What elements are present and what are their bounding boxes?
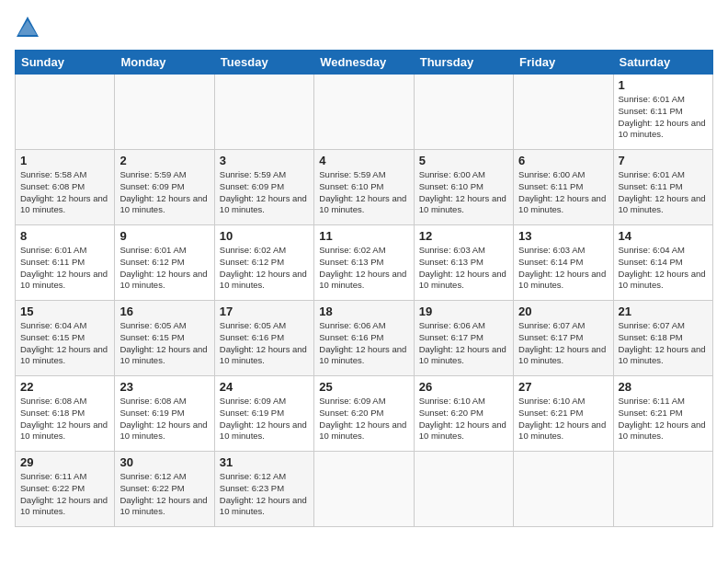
day-info: Sunrise: 6:01 AMSunset: 6:11 PMDaylight:…	[619, 94, 706, 139]
day-info: Sunrise: 6:04 AMSunset: 6:15 PMDaylight:…	[20, 320, 108, 365]
calendar-cell	[414, 75, 513, 150]
calendar-cell: 21Sunrise: 6:07 AMSunset: 6:18 PMDayligh…	[613, 301, 712, 376]
day-info: Sunrise: 6:09 AMSunset: 6:20 PMDaylight:…	[319, 396, 406, 441]
day-number: 13	[518, 229, 608, 243]
calendar-cell: 10Sunrise: 6:02 AMSunset: 6:12 PMDayligh…	[214, 225, 313, 301]
calendar-header-tuesday: Tuesday	[214, 51, 313, 75]
day-info: Sunrise: 5:59 AMSunset: 6:09 PMDaylight:…	[119, 169, 207, 214]
calendar-cell: 14Sunrise: 6:04 AMSunset: 6:14 PMDayligh…	[613, 225, 712, 301]
calendar-cell: 16Sunrise: 6:05 AMSunset: 6:15 PMDayligh…	[115, 301, 214, 376]
day-info: Sunrise: 6:01 AMSunset: 6:12 PMDaylight:…	[119, 245, 207, 290]
calendar-cell: 2Sunrise: 5:59 AMSunset: 6:09 PMDaylight…	[115, 150, 214, 225]
day-info: Sunrise: 6:05 AMSunset: 6:15 PMDaylight:…	[119, 320, 207, 365]
day-info: Sunrise: 6:02 AMSunset: 6:13 PMDaylight:…	[319, 245, 406, 290]
day-info: Sunrise: 6:11 AMSunset: 6:21 PMDaylight:…	[619, 396, 706, 441]
day-info: Sunrise: 6:07 AMSunset: 6:17 PMDaylight:…	[518, 320, 606, 365]
calendar-cell: 18Sunrise: 6:06 AMSunset: 6:16 PMDayligh…	[314, 301, 414, 376]
day-number: 7	[619, 154, 708, 167]
day-number: 23	[119, 380, 209, 394]
day-info: Sunrise: 6:08 AMSunset: 6:19 PMDaylight:…	[119, 396, 207, 441]
calendar-cell: 1Sunrise: 5:58 AMSunset: 6:08 PMDaylight…	[16, 150, 115, 225]
calendar-cell: 9Sunrise: 6:01 AMSunset: 6:12 PMDaylight…	[115, 225, 214, 301]
day-number: 20	[518, 304, 608, 318]
day-info: Sunrise: 6:00 AMSunset: 6:10 PMDaylight:…	[419, 169, 506, 214]
day-number: 17	[220, 304, 309, 318]
day-info: Sunrise: 6:02 AMSunset: 6:12 PMDaylight:…	[220, 245, 307, 290]
day-info: Sunrise: 6:01 AMSunset: 6:11 PMDaylight:…	[619, 169, 706, 214]
calendar-header-row: SundayMondayTuesdayWednesdayThursdayFrid…	[16, 51, 713, 75]
calendar-cell: 24Sunrise: 6:09 AMSunset: 6:19 PMDayligh…	[214, 376, 313, 452]
calendar-cell	[214, 75, 313, 150]
day-number: 28	[619, 380, 708, 394]
calendar-header-sunday: Sunday	[16, 51, 115, 75]
day-number: 30	[119, 455, 209, 469]
day-info: Sunrise: 5:59 AMSunset: 6:09 PMDaylight:…	[220, 169, 307, 214]
calendar-cell: 23Sunrise: 6:08 AMSunset: 6:19 PMDayligh…	[115, 376, 214, 452]
calendar-cell: 7Sunrise: 6:01 AMSunset: 6:11 PMDaylight…	[613, 150, 712, 225]
calendar-header-friday: Friday	[514, 51, 613, 75]
day-number: 27	[518, 380, 608, 394]
day-number: 4	[319, 154, 408, 167]
day-info: Sunrise: 6:08 AMSunset: 6:18 PMDaylight:…	[20, 396, 108, 441]
calendar-week-row: 29Sunrise: 6:11 AMSunset: 6:22 PMDayligh…	[16, 452, 713, 527]
calendar-cell	[115, 75, 214, 150]
calendar-table: SundayMondayTuesdayWednesdayThursdayFrid…	[15, 50, 713, 527]
calendar-cell	[414, 452, 513, 527]
calendar-header-monday: Monday	[115, 51, 214, 75]
calendar-cell: 6Sunrise: 6:00 AMSunset: 6:11 PMDaylight…	[514, 150, 613, 225]
calendar-cell: 8Sunrise: 6:01 AMSunset: 6:11 PMDaylight…	[16, 225, 115, 301]
calendar-week-row: 22Sunrise: 6:08 AMSunset: 6:18 PMDayligh…	[16, 376, 713, 452]
header	[15, 15, 713, 40]
day-info: Sunrise: 5:59 AMSunset: 6:10 PMDaylight:…	[319, 169, 406, 214]
calendar-cell: 30Sunrise: 6:12 AMSunset: 6:22 PMDayligh…	[115, 452, 214, 527]
day-info: Sunrise: 6:11 AMSunset: 6:22 PMDaylight:…	[20, 471, 108, 516]
day-number: 15	[20, 304, 109, 318]
calendar-header-thursday: Thursday	[414, 51, 513, 75]
day-info: Sunrise: 6:06 AMSunset: 6:16 PMDaylight:…	[319, 320, 406, 365]
calendar-cell: 17Sunrise: 6:05 AMSunset: 6:16 PMDayligh…	[214, 301, 313, 376]
calendar-cell: 25Sunrise: 6:09 AMSunset: 6:20 PMDayligh…	[314, 376, 414, 452]
calendar-week-row: 1Sunrise: 6:01 AMSunset: 6:11 PMDaylight…	[16, 75, 713, 150]
day-number: 9	[119, 229, 209, 243]
day-info: Sunrise: 6:03 AMSunset: 6:14 PMDaylight:…	[518, 245, 606, 290]
day-info: Sunrise: 6:05 AMSunset: 6:16 PMDaylight:…	[220, 320, 307, 365]
day-number: 5	[419, 154, 508, 167]
day-number: 18	[319, 304, 408, 318]
calendar-cell: 1Sunrise: 6:01 AMSunset: 6:11 PMDaylight…	[613, 75, 712, 150]
calendar-cell	[514, 452, 613, 527]
day-info: Sunrise: 6:07 AMSunset: 6:18 PMDaylight:…	[619, 320, 706, 365]
day-number: 11	[319, 229, 408, 243]
day-number: 14	[619, 229, 708, 243]
day-info: Sunrise: 6:06 AMSunset: 6:17 PMDaylight:…	[419, 320, 506, 365]
calendar-header-wednesday: Wednesday	[314, 51, 414, 75]
page-container: SundayMondayTuesdayWednesdayThursdayFrid…	[0, 0, 728, 536]
calendar-cell: 22Sunrise: 6:08 AMSunset: 6:18 PMDayligh…	[16, 376, 115, 452]
calendar-cell: 29Sunrise: 6:11 AMSunset: 6:22 PMDayligh…	[16, 452, 115, 527]
calendar-cell	[613, 452, 712, 527]
day-info: Sunrise: 6:09 AMSunset: 6:19 PMDaylight:…	[220, 396, 307, 441]
calendar-cell: 11Sunrise: 6:02 AMSunset: 6:13 PMDayligh…	[314, 225, 414, 301]
calendar-cell	[514, 75, 613, 150]
day-number: 19	[419, 304, 508, 318]
logo	[15, 15, 44, 40]
day-number: 1	[20, 154, 109, 167]
calendar-week-row: 1Sunrise: 5:58 AMSunset: 6:08 PMDaylight…	[16, 150, 713, 225]
day-number: 26	[419, 380, 508, 394]
calendar-cell: 3Sunrise: 5:59 AMSunset: 6:09 PMDaylight…	[214, 150, 313, 225]
calendar-cell	[314, 452, 414, 527]
day-number: 1	[619, 78, 708, 92]
day-number: 6	[518, 154, 608, 167]
day-info: Sunrise: 5:58 AMSunset: 6:08 PMDaylight:…	[20, 169, 108, 214]
calendar-cell: 19Sunrise: 6:06 AMSunset: 6:17 PMDayligh…	[414, 301, 513, 376]
calendar-cell: 15Sunrise: 6:04 AMSunset: 6:15 PMDayligh…	[16, 301, 115, 376]
svg-marker-1	[18, 20, 37, 35]
day-info: Sunrise: 6:10 AMSunset: 6:21 PMDaylight:…	[518, 396, 606, 441]
day-number: 24	[220, 380, 309, 394]
calendar-cell: 28Sunrise: 6:11 AMSunset: 6:21 PMDayligh…	[613, 376, 712, 452]
day-number: 16	[119, 304, 209, 318]
day-number: 25	[319, 380, 408, 394]
day-info: Sunrise: 6:01 AMSunset: 6:11 PMDaylight:…	[20, 245, 108, 290]
calendar-cell: 13Sunrise: 6:03 AMSunset: 6:14 PMDayligh…	[514, 225, 613, 301]
day-info: Sunrise: 6:00 AMSunset: 6:11 PMDaylight:…	[518, 169, 606, 214]
day-info: Sunrise: 6:10 AMSunset: 6:20 PMDaylight:…	[419, 396, 506, 441]
